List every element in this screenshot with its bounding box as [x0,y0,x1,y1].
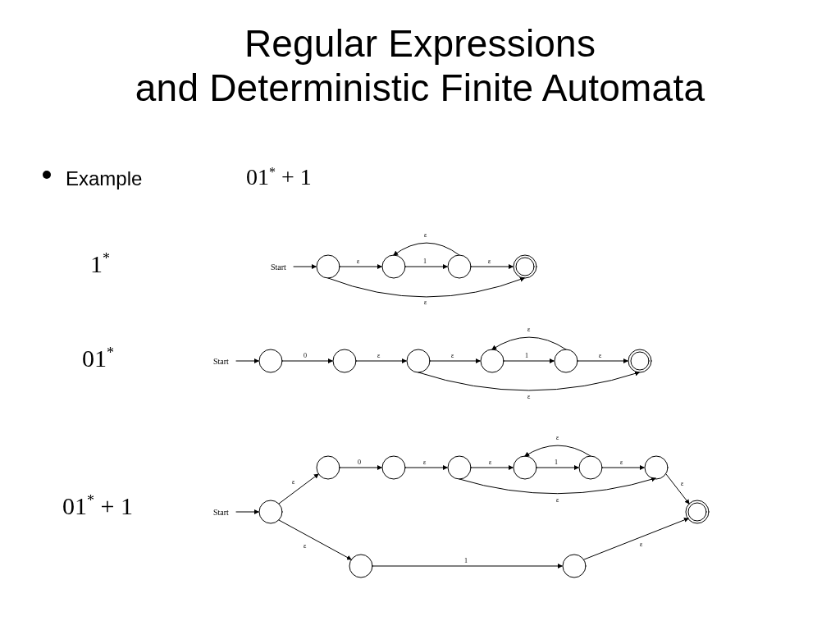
slide-title: Regular Expressions and Deterministic Fi… [0,21,840,111]
svg-point-14 [555,349,578,372]
svg-point-27 [514,456,536,479]
start-label: Start [271,262,286,272]
bullet-label: Example [66,167,142,190]
svg-point-15 [628,349,651,372]
svg-point-33 [688,503,706,521]
u-eps-bot: ε [556,496,559,504]
eps-1: ε [357,258,360,265]
svg-point-2 [382,255,405,278]
svg-point-25 [382,456,405,479]
svg-point-4 [514,255,536,278]
start-label-3: Start [213,508,229,517]
eps-l1: ε [304,542,307,550]
eps-u1: ε [292,478,295,486]
label-one-star: 1* [90,250,110,278]
bullet-row: Example [43,167,142,190]
sym-1: 1 [423,258,427,265]
label-zero-one-star: 01* [82,345,114,372]
l-eps-join: ε [640,541,643,548]
label-zero-one-star-plus-one: 01* + 1 [62,492,133,520]
title-line-1: Regular Expressions [244,22,596,65]
svg-point-28 [579,456,602,479]
u-0: 0 [358,459,361,466]
u-e2: ε [489,459,492,466]
svg-point-5 [516,258,534,276]
u-e1: ε [423,459,427,466]
top-expression: 01* + 1 [246,164,312,190]
svg-line-41 [666,474,689,504]
eps-a: ε [377,352,381,359]
svg-point-10 [259,349,282,372]
automaton-zero-one-star: Start 0 ε ε 1 ε ε ε [213,320,673,402]
svg-line-34 [279,474,318,504]
sym1: 1 [525,352,528,359]
eps-bot: ε [424,299,427,306]
svg-line-35 [279,520,351,559]
automaton-one-star: Start ε 1 ε ε ε [271,226,566,308]
u-1: 1 [555,459,558,466]
eps-top: ε [424,231,427,239]
svg-point-31 [563,555,586,578]
eps-2: ε [488,258,491,265]
svg-point-12 [407,349,430,372]
eps-top2: ε [527,326,531,333]
sym0: 0 [304,352,307,359]
title-line-2: and Deterministic Finite Automata [135,66,705,109]
u-e3: ε [620,459,623,466]
automaton-union: Start ε ε 0 ε ε 1 ε ε ε ε 1 ε [213,427,722,599]
svg-point-13 [481,349,504,372]
svg-point-11 [333,349,356,372]
svg-point-26 [448,456,471,479]
bullet-dot-icon [43,171,51,179]
svg-point-3 [448,255,471,278]
u-eps-join: ε [681,480,684,487]
svg-point-30 [349,555,372,578]
start-label-2: Start [213,357,229,366]
svg-point-24 [317,456,340,479]
l-1: 1 [464,557,468,564]
svg-point-16 [631,352,649,370]
svg-point-29 [645,456,668,479]
svg-line-43 [584,518,688,559]
eps-c: ε [599,352,602,359]
svg-point-1 [317,255,340,278]
eps-bot2: ε [527,393,531,400]
u-eps-top: ε [556,434,559,441]
eps-b: ε [451,352,454,359]
